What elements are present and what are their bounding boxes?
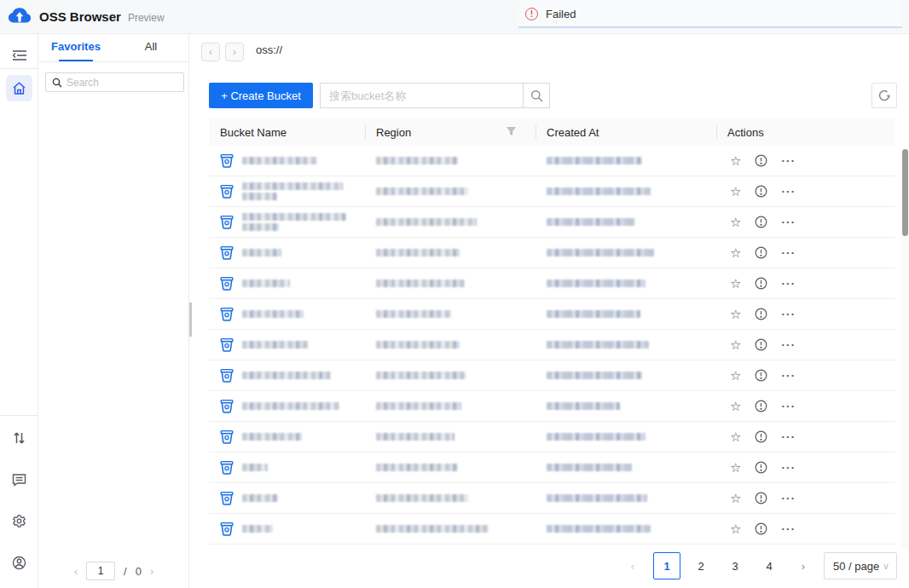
failed-toast[interactable]: ! Failed	[518, 2, 902, 28]
vertical-scrollbar[interactable]	[901, 149, 909, 550]
page-button-3[interactable]: 3	[721, 552, 749, 579]
tab-favorites[interactable]: Favorites	[38, 34, 113, 61]
table-row[interactable]: ☆ ...	[209, 146, 895, 176]
panel-page-input[interactable]	[86, 562, 115, 580]
ellipsis-icon[interactable]: ...	[781, 336, 796, 349]
table-row[interactable]: ☆ ...	[209, 268, 895, 299]
column-header-bucket-name[interactable]: Bucket Name	[209, 118, 365, 146]
bucket-search-input[interactable]	[320, 83, 523, 108]
message-icon[interactable]	[6, 466, 32, 493]
star-icon[interactable]: ☆	[730, 276, 741, 291]
page-button-1[interactable]: 1	[653, 552, 680, 579]
info-circle-icon[interactable]	[755, 492, 767, 504]
ellipsis-icon[interactable]: ...	[781, 152, 796, 164]
info-circle-icon[interactable]	[755, 400, 767, 412]
table-row[interactable]: ☆ ...	[209, 483, 895, 514]
scrollbar-thumb[interactable]	[902, 149, 908, 236]
table-row[interactable]: ☆ ...	[209, 422, 895, 453]
bucket-search-button[interactable]	[523, 83, 550, 108]
bucket-name-cell[interactable]	[209, 337, 365, 352]
info-circle-icon[interactable]	[755, 308, 767, 320]
bucket-name-cell[interactable]	[209, 245, 365, 260]
ellipsis-icon[interactable]: ...	[781, 458, 796, 471]
info-circle-icon[interactable]	[755, 185, 767, 198]
tab-all[interactable]: All	[113, 34, 188, 61]
star-icon[interactable]: ☆	[730, 522, 741, 537]
sidebar-item-home[interactable]	[6, 75, 32, 101]
info-circle-icon[interactable]	[755, 369, 767, 382]
bucket-name-cell[interactable]	[209, 213, 365, 231]
filter-funnel-icon[interactable]	[506, 126, 517, 137]
column-header-region[interactable]: Region	[365, 118, 536, 146]
bucket-name-cell[interactable]	[209, 276, 365, 291]
panel-search-input[interactable]	[67, 77, 169, 89]
ellipsis-icon[interactable]: ...	[781, 305, 796, 318]
info-circle-icon[interactable]	[755, 154, 767, 167]
ellipsis-icon[interactable]: ...	[781, 244, 796, 257]
pagination-next-icon[interactable]: ›	[790, 552, 817, 579]
star-icon[interactable]: ☆	[730, 429, 741, 445]
create-bucket-button[interactable]: + Create Bucket	[209, 83, 313, 108]
table-row[interactable]: ☆ ...	[209, 453, 895, 483]
panel-prev-page-icon[interactable]: ‹	[74, 565, 78, 578]
bucket-name-cell[interactable]	[209, 368, 365, 383]
info-circle-icon[interactable]	[755, 277, 767, 290]
star-icon[interactable]: ☆	[730, 153, 741, 169]
info-circle-icon[interactable]	[755, 522, 767, 535]
table-row[interactable]: ☆ ...	[209, 207, 895, 238]
table-row[interactable]: ☆ ...	[209, 238, 895, 268]
user-icon[interactable]	[6, 550, 32, 576]
bucket-name-cell[interactable]	[209, 429, 365, 444]
ellipsis-icon[interactable]: ...	[781, 520, 796, 533]
table-row[interactable]: ☆ ...	[209, 514, 895, 545]
table-row[interactable]: ☆ ...	[209, 176, 895, 207]
ellipsis-icon[interactable]: ...	[781, 397, 796, 410]
ellipsis-icon[interactable]: ...	[781, 489, 796, 502]
menu-fold-icon[interactable]	[6, 42, 32, 68]
table-row[interactable]: ☆ ...	[209, 330, 895, 360]
star-icon[interactable]: ☆	[730, 307, 741, 322]
star-icon[interactable]: ☆	[730, 215, 741, 230]
bucket-name-cell[interactable]	[209, 399, 365, 413]
page-button-4[interactable]: 4	[756, 552, 783, 579]
info-circle-icon[interactable]	[755, 338, 767, 351]
info-circle-icon[interactable]	[755, 430, 767, 443]
star-icon[interactable]: ☆	[730, 399, 741, 414]
ellipsis-icon[interactable]: ...	[781, 274, 796, 287]
bucket-name-cell[interactable]	[209, 153, 365, 168]
info-circle-icon[interactable]	[755, 216, 767, 228]
rail-divider	[0, 68, 38, 69]
info-circle-icon[interactable]	[755, 461, 767, 474]
page-button-2[interactable]: 2	[687, 552, 715, 579]
table-row[interactable]: ☆ ...	[209, 299, 895, 330]
info-circle-icon[interactable]	[755, 246, 767, 259]
ellipsis-icon[interactable]: ...	[781, 213, 796, 226]
bucket-name-cell[interactable]	[209, 522, 365, 536]
star-icon[interactable]: ☆	[730, 337, 741, 353]
actions-cell: ☆ ...	[716, 429, 895, 445]
transfer-arrows-icon[interactable]	[6, 424, 32, 451]
back-button[interactable]: ‹	[201, 43, 220, 61]
gear-icon[interactable]	[6, 508, 32, 534]
star-icon[interactable]: ☆	[730, 460, 741, 476]
ellipsis-icon[interactable]: ...	[781, 366, 796, 379]
star-icon[interactable]: ☆	[730, 368, 741, 383]
column-header-created-at[interactable]: Created At	[536, 118, 716, 146]
bucket-name-cell[interactable]	[209, 491, 365, 505]
ellipsis-icon[interactable]: ...	[781, 428, 796, 441]
star-icon[interactable]: ☆	[730, 245, 741, 261]
star-icon[interactable]: ☆	[730, 184, 741, 199]
bucket-name-cell[interactable]	[209, 307, 365, 321]
refresh-button[interactable]	[871, 83, 897, 108]
star-icon[interactable]: ☆	[730, 491, 741, 506]
panel-search-box[interactable]	[45, 72, 184, 92]
panel-next-page-icon[interactable]: ›	[150, 565, 153, 578]
table-row[interactable]: ☆ ...	[209, 391, 895, 422]
bucket-name-cell[interactable]	[209, 460, 365, 475]
forward-button[interactable]: ›	[225, 43, 244, 61]
table-row[interactable]: ☆ ...	[209, 360, 895, 391]
bucket-name-cell[interactable]	[209, 182, 365, 200]
page-size-select[interactable]: 50 / page ∨	[824, 552, 897, 579]
pagination-prev-icon[interactable]: ‹	[619, 552, 646, 579]
ellipsis-icon[interactable]: ...	[781, 182, 796, 195]
